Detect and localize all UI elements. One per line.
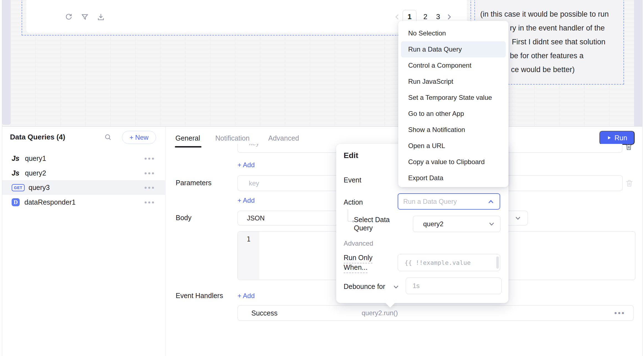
pagination-prev-icon[interactable] xyxy=(393,13,401,21)
select-data-query-label: Select Data Query xyxy=(354,215,390,232)
query-list-item-query1[interactable]: Js query1 ●●● xyxy=(2,151,166,166)
trash-icon[interactable] xyxy=(624,144,633,151)
data-responder-icon: D xyxy=(12,198,20,206)
download-icon[interactable] xyxy=(97,13,105,21)
menu-item-run-a-data-query[interactable]: Run a Data Query xyxy=(401,41,506,57)
event-handler-action: query2.run() xyxy=(362,309,398,317)
input-scrollbar xyxy=(496,256,499,269)
data-queries-panel: Data Queries (4) + New Js query1 ●●● Js … xyxy=(2,127,166,356)
chevron-down-icon[interactable] xyxy=(392,283,400,291)
data-query-select-value: query2 xyxy=(423,220,443,228)
query-name: query1 xyxy=(25,154,144,162)
action-select-value: Run a Data Query xyxy=(403,198,457,205)
debounce-input[interactable] xyxy=(406,278,502,294)
query-menu-dots-icon[interactable]: ●●● xyxy=(144,185,155,190)
bottom-panel: Data Queries (4) + New Js query1 ●●● Js … xyxy=(2,126,642,356)
query-name: query2 xyxy=(25,169,144,177)
menu-item-set-temporary-state[interactable]: Set a Temporary State value xyxy=(398,90,508,106)
event-label: Event xyxy=(344,176,361,184)
run-button-label: Run xyxy=(615,134,627,142)
query-menu-dots-icon[interactable]: ●●● xyxy=(144,171,155,176)
action-select[interactable]: Run a Data Query xyxy=(398,193,500,210)
pagination-next-icon[interactable] xyxy=(446,13,453,21)
body-type-value: JSON xyxy=(247,214,265,222)
menu-item-export-data[interactable]: Export Data xyxy=(398,170,508,186)
refresh-icon[interactable] xyxy=(65,13,73,21)
event-handler-row[interactable]: Success query2.run() ●●● xyxy=(237,305,634,321)
tab-notification[interactable]: Notification xyxy=(215,134,250,142)
menu-item-show-a-notification[interactable]: Show a Notification xyxy=(398,122,508,138)
filter-icon[interactable] xyxy=(81,13,89,21)
chevron-up-icon xyxy=(487,198,495,205)
run-only-when-input[interactable] xyxy=(398,254,500,271)
tab-advanced[interactable]: Advanced xyxy=(268,134,299,142)
menu-item-open-a-url[interactable]: Open a URL xyxy=(398,138,508,154)
query-list-item-dataresponder1[interactable]: D dataResponder1 ●●● xyxy=(2,195,166,210)
menu-item-control-a-component[interactable]: Control a Component xyxy=(398,57,508,73)
query-name: query3 xyxy=(29,184,144,192)
debounce-label: Debounce for xyxy=(344,283,385,291)
run-button[interactable]: Run xyxy=(599,131,635,145)
search-icon[interactable] xyxy=(104,133,112,141)
add-event-handler-link[interactable]: + Add xyxy=(237,292,255,300)
action-label: Action xyxy=(344,198,363,206)
canvas-area: 1 2 3 (in this case it would be possible… xyxy=(2,0,642,126)
window-gutter-left xyxy=(0,0,2,356)
text-line: ce would be better) xyxy=(511,65,575,74)
data-queries-title: Data Queries (4) xyxy=(10,133,65,141)
advanced-section-label: Advanced xyxy=(344,240,373,247)
chevron-down-icon xyxy=(488,220,495,228)
event-handler-event: Success xyxy=(251,309,277,317)
text-line: be for other features a xyxy=(510,52,584,60)
new-query-button[interactable]: + New xyxy=(122,131,156,144)
tree-connector xyxy=(348,209,353,222)
edit-popup-title: Edit xyxy=(344,151,358,160)
data-query-select[interactable]: query2 xyxy=(413,216,500,232)
play-icon xyxy=(607,136,611,140)
menu-item-no-selection[interactable]: No Selection xyxy=(398,25,508,41)
query-menu-dots-icon[interactable]: ●●● xyxy=(144,200,155,205)
add-parameter-link[interactable]: + Add xyxy=(237,197,255,204)
action-dropdown-menu: No Selection Run a Data Query Control a … xyxy=(398,21,508,187)
query-list-item-query3[interactable]: GET query3 ●●● xyxy=(2,180,166,195)
text-line: First I didnt see that solution xyxy=(512,38,605,46)
text-line: ry in the event handler of the xyxy=(510,24,605,32)
query-name: dataResponder1 xyxy=(24,198,144,206)
menu-item-copy-to-clipboard[interactable]: Copy a value to Clipboard xyxy=(398,154,508,170)
event-handlers-label: Event Handlers xyxy=(176,292,223,300)
get-method-badge: GET xyxy=(12,184,25,191)
app-root: 1 2 3 (in this case it would be possible… xyxy=(0,0,644,356)
js-query-icon: Js xyxy=(12,169,25,177)
query-list-item-query2[interactable]: Js query2 ●●● xyxy=(2,166,166,180)
trash-icon[interactable] xyxy=(625,179,634,188)
run-only-when-label: Run Only When... xyxy=(344,254,372,273)
query-menu-dots-icon[interactable]: ●●● xyxy=(144,156,155,161)
event-handler-menu-dots-icon[interactable]: ●●● xyxy=(614,310,625,316)
canvas-margin-right xyxy=(634,0,642,126)
menu-item-go-to-other-app[interactable]: Go to an other App xyxy=(398,106,508,122)
tab-general[interactable]: General xyxy=(175,134,200,142)
add-header-link[interactable]: + Add xyxy=(237,161,255,169)
window-gutter-right xyxy=(642,0,644,356)
parameters-label: Parameters xyxy=(176,179,211,187)
canvas-margin-left xyxy=(2,0,11,125)
body-label: Body xyxy=(176,214,191,222)
editor-line-gutter: 1 xyxy=(238,232,259,279)
text-line: (in this case it would be possible to ru… xyxy=(480,10,609,19)
chevron-down-icon xyxy=(514,215,522,222)
js-query-icon: Js xyxy=(12,154,25,162)
menu-item-run-javascript[interactable]: Run JavaScript xyxy=(398,73,508,90)
line-number: 1 xyxy=(247,235,251,243)
